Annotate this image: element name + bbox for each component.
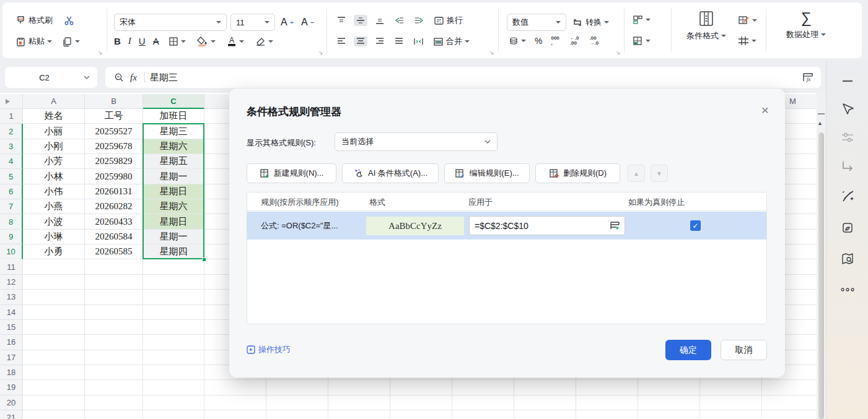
col-header-B[interactable]: B (85, 94, 143, 109)
ok-button[interactable]: 确定 (665, 340, 711, 360)
cell-A14[interactable] (23, 305, 85, 320)
cell-A7[interactable]: 小燕 (23, 199, 85, 214)
format-cells-button[interactable] (631, 35, 652, 47)
align-left-button[interactable] (335, 37, 348, 46)
cell-A2[interactable]: 小丽 (23, 124, 85, 139)
edit-rule-button[interactable]: 编辑规则(E)... (444, 163, 530, 183)
cell-F20[interactable] (328, 395, 390, 410)
row-header-8[interactable]: 8 (0, 214, 23, 229)
cell-B16[interactable] (85, 335, 143, 350)
font-color-button[interactable]: A (225, 35, 246, 48)
applies-to-input[interactable]: =$C$2:$C$10 (469, 216, 625, 235)
cell-I20[interactable] (514, 395, 576, 410)
close-icon[interactable]: × (761, 103, 769, 116)
cell-K20[interactable] (638, 395, 700, 410)
cell-A12[interactable] (23, 275, 85, 290)
row-header-16[interactable]: 16 (0, 335, 23, 350)
cell-A13[interactable] (23, 290, 85, 305)
cell-C11[interactable] (143, 260, 204, 275)
cell-A3[interactable]: 小刚 (23, 139, 85, 154)
row-header-5[interactable]: 5 (0, 169, 23, 184)
vertical-scrollbar[interactable]: ▲ (817, 93, 826, 419)
cell-A18[interactable] (23, 365, 85, 380)
show-rules-select[interactable]: 当前选择 (335, 132, 498, 151)
percent-button[interactable]: % (535, 36, 542, 46)
align-middle-button[interactable] (354, 15, 367, 26)
map-search-button[interactable] (826, 248, 868, 270)
thousand-separator-button[interactable]: 000, (549, 35, 561, 47)
cell-A11[interactable] (23, 260, 85, 275)
font-expand-icon[interactable]: ↘ (318, 50, 323, 56)
bold-button[interactable]: B (114, 36, 121, 46)
row-header-1[interactable]: 1 (0, 109, 23, 124)
range-picker-icon[interactable] (609, 220, 621, 231)
eraser-button[interactable] (253, 35, 275, 48)
fill-handle[interactable] (202, 257, 206, 262)
cell-I21[interactable] (514, 410, 576, 419)
row-header-2[interactable]: 2 (0, 124, 23, 139)
cell-E20[interactable] (266, 395, 328, 410)
increase-decimal-button[interactable]: ←.0.00 (568, 35, 581, 47)
cell-A4[interactable]: 小芳 (23, 154, 85, 169)
decrease-indent-button[interactable] (392, 15, 406, 26)
clipboard-expand-icon[interactable]: ↘ (98, 50, 103, 56)
cell-C15[interactable] (143, 320, 204, 335)
cell-C8[interactable]: 星期日 (143, 214, 204, 229)
borders-button[interactable] (167, 35, 188, 48)
distribute-button[interactable] (411, 36, 426, 47)
cell-G20[interactable] (390, 395, 452, 410)
cell-A1[interactable]: 姓名 (23, 109, 85, 124)
underline-button[interactable]: U (139, 36, 146, 46)
cell-C7[interactable]: 星期六 (143, 199, 204, 214)
cell-D21[interactable] (204, 410, 266, 419)
cell-B7[interactable]: 20260282 (85, 199, 143, 214)
cell-I19[interactable] (514, 380, 576, 395)
cancel-button[interactable]: 取消 (721, 340, 767, 360)
cell-E21[interactable] (266, 410, 328, 419)
cell-G19[interactable] (390, 380, 452, 395)
align-center-button[interactable] (354, 37, 367, 46)
cell-L20[interactable] (700, 395, 762, 410)
select-all-corner[interactable] (0, 94, 23, 109)
currency-button[interactable] (507, 35, 528, 47)
magic-wand-button[interactable] (826, 184, 868, 207)
cell-C18[interactable] (143, 365, 204, 380)
justify-button[interactable] (392, 37, 406, 46)
cell-B12[interactable] (85, 275, 143, 290)
number-format-select[interactable]: 数值 (507, 14, 566, 31)
row-header-9[interactable]: 9 (0, 230, 23, 244)
conditional-format-button[interactable]: 条件格式 (680, 10, 732, 41)
cell-F21[interactable] (328, 410, 390, 419)
cell-B3[interactable]: 20259678 (85, 139, 143, 154)
cell-C1[interactable]: 加班日 (143, 109, 204, 124)
cell-C3[interactable]: 星期六 (143, 139, 204, 154)
cell-K19[interactable] (638, 380, 700, 395)
split-handle[interactable] (818, 113, 825, 114)
cell-B20[interactable] (85, 395, 143, 410)
cell-B13[interactable] (85, 290, 143, 305)
align-top-button[interactable] (335, 15, 348, 26)
move-rule-up-button[interactable]: ▲ (628, 165, 645, 182)
row-header-13[interactable]: 13 (0, 290, 23, 305)
merge-cells-button[interactable]: 合并 (431, 35, 471, 48)
cell-C9[interactable]: 星期一 (143, 230, 204, 244)
select-cursor-button[interactable] (826, 98, 868, 120)
zoom-out-icon[interactable] (114, 72, 124, 82)
cell-C5[interactable]: 星期一 (143, 169, 204, 184)
more-options-button[interactable] (826, 279, 868, 301)
alignment-expand-icon[interactable]: ↘ (489, 50, 494, 56)
cell-B21[interactable] (85, 410, 143, 419)
cell-B5[interactable]: 20259980 (85, 169, 143, 184)
scroll-up-icon[interactable]: ▲ (817, 120, 823, 126)
name-box[interactable]: C2 (5, 67, 97, 88)
fx-insert-function-button[interactable]: fx (130, 72, 137, 83)
cell-G21[interactable] (390, 410, 452, 419)
row-header-19[interactable]: 19 (0, 380, 23, 395)
increase-indent-button[interactable] (412, 15, 426, 26)
cell-B1[interactable]: 工号 (85, 109, 143, 124)
scrollbar-thumb[interactable] (818, 132, 824, 419)
data-processing-button[interactable]: ∑ 数据处理 (776, 10, 836, 40)
cell-B15[interactable] (85, 320, 143, 335)
cell-D19[interactable] (204, 380, 266, 395)
cell-B9[interactable]: 20260584 (85, 230, 143, 244)
